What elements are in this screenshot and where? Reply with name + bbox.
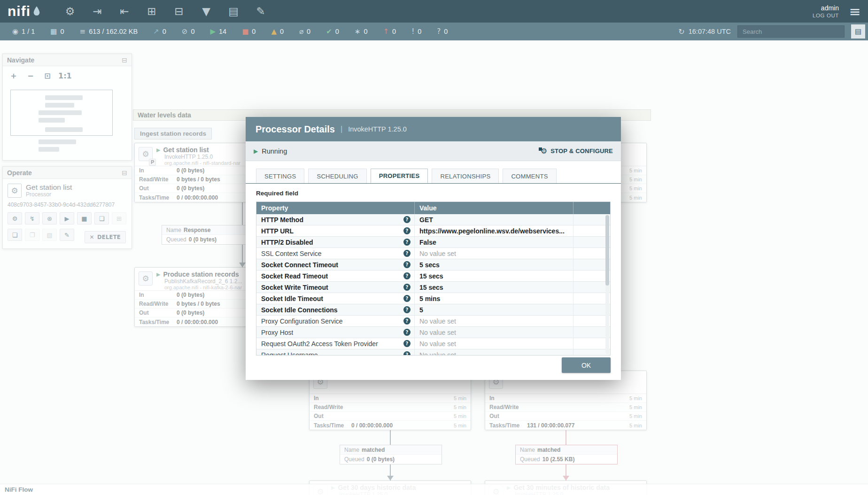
droplet-icon — [32, 6, 41, 17]
property-name: Socket Write Timeout — [261, 284, 328, 291]
property-row: SSL Context Service No value set — [256, 248, 610, 259]
status-count: 14 — [219, 28, 226, 35]
template-icon[interactable]: ▤ — [226, 4, 241, 19]
remote-process-group-icon[interactable]: ⊟ — [171, 4, 186, 19]
status-bar: ◉ 1 / 1 ▦ 0 ≡ 613 / 162.02 KB ↗ 0 ⊘ 0 ▶ … — [0, 23, 868, 40]
status-count: 0 — [61, 28, 64, 35]
dialog-subtitle: InvokeHTTP 1.25.0 — [348, 125, 407, 133]
property-value: https://www.pegelonline.wsv.de/webservic… — [415, 225, 574, 236]
stop-configure-icon — [541, 147, 548, 155]
current-user: admin — [821, 4, 839, 12]
property-name: Socket Idle Timeout — [261, 295, 323, 302]
disabled-icon: ⌀ 0 — [299, 28, 310, 35]
up-to-date-icon: ✔ 0 — [326, 28, 339, 35]
property-row: Request Username No value set — [256, 349, 610, 356]
queued-icon: ≡ 613 / 162.02 KB — [80, 28, 138, 35]
help-icon[interactable] — [403, 317, 411, 325]
stale-icon: ↑ 0 — [383, 28, 396, 35]
help-icon[interactable] — [403, 272, 411, 279]
help-icon[interactable] — [403, 239, 411, 246]
tab-comments[interactable]: COMMENTS — [503, 169, 556, 183]
locally-modified-stale-icon: ! 0 — [411, 28, 421, 35]
stop-and-configure-button[interactable]: STOP & CONFIGURE — [541, 147, 613, 155]
status-count: 0 — [163, 28, 166, 35]
dialog-footer: OK — [246, 357, 621, 380]
input-port-icon[interactable]: ⇥ — [90, 4, 105, 19]
status-count: 0 — [418, 28, 421, 35]
property-row: Socket Idle Timeout 5 mins — [256, 293, 610, 304]
dialog-tabs: SETTINGSSCHEDULINGPROPERTIESRELATIONSHIP… — [246, 161, 621, 184]
help-icon[interactable] — [403, 306, 411, 313]
property-value: GET — [415, 214, 574, 225]
help-icon[interactable] — [403, 284, 411, 291]
label-icon[interactable]: ✎ — [253, 4, 268, 19]
help-icon[interactable] — [403, 295, 411, 302]
help-icon[interactable] — [403, 329, 411, 336]
help-icon[interactable] — [403, 216, 411, 223]
component-toolbar: ⚙⇥⇤⊞⊟▼▤✎ — [62, 4, 268, 19]
property-name: Request OAuth2 Access Token Provider — [261, 340, 378, 348]
nifi-logo: nifi — [8, 4, 41, 18]
property-row: Socket Read Timeout 15 secs — [256, 271, 610, 282]
property-name: HTTP URL — [261, 227, 294, 235]
output-port-icon[interactable]: ⇤ — [117, 4, 132, 19]
status-count: 0 — [444, 28, 448, 35]
status-count: 0 — [364, 28, 367, 35]
property-row: HTTP/2 Disabled False — [256, 237, 610, 248]
running-state-icon — [254, 148, 258, 155]
property-value: No value set — [415, 327, 574, 338]
help-icon[interactable] — [403, 340, 411, 347]
status-count: 0 — [252, 28, 256, 35]
help-icon[interactable] — [403, 250, 411, 257]
app-header: nifi ⚙⇥⇤⊞⊟▼▤✎ admin LOG OUT — [0, 0, 868, 23]
status-count: 613 / 162.02 KB — [89, 28, 138, 35]
help-icon[interactable] — [403, 351, 411, 356]
status-bar-right: 16:07:48 UTC — [678, 24, 865, 39]
property-row: HTTP URL https://www.pegelonline.wsv.de/… — [256, 225, 610, 237]
property-row: Proxy Configuration Service No value set — [256, 316, 610, 327]
property-name: HTTP/2 Disabled — [261, 239, 313, 246]
run-state-label: Running — [262, 147, 287, 155]
logout-link[interactable]: LOG OUT — [813, 13, 839, 18]
scrollbar-thumb[interactable] — [605, 215, 609, 286]
running-icon: ▶ 14 — [210, 28, 226, 35]
property-value: 5 mins — [415, 293, 574, 304]
property-name: Socket Read Timeout — [261, 272, 328, 280]
locally-modified-icon: ∗ 0 — [355, 28, 368, 35]
help-icon[interactable] — [403, 261, 411, 268]
nifi-logo-text: nifi — [8, 4, 31, 18]
processor-icon[interactable]: ⚙ — [62, 4, 78, 19]
property-row: Socket Idle Connections 5 — [256, 304, 610, 316]
processor-details-dialog: Processor Details | InvokeHTTP 1.25.0 Ru… — [246, 117, 621, 380]
tab-scheduling[interactable]: SCHEDULING — [308, 169, 366, 183]
property-row: HTTP Method GET — [256, 214, 610, 225]
dialog-state-row: Running STOP & CONFIGURE — [246, 141, 621, 161]
invalid-icon: ▲ 0 — [271, 28, 284, 35]
help-icon[interactable] — [403, 227, 411, 234]
global-menu-icon[interactable] — [846, 3, 863, 20]
status-count: 0 — [392, 28, 396, 35]
property-name: Proxy Host — [261, 329, 293, 336]
tab-relationships[interactable]: RELATIONSHIPS — [432, 169, 499, 183]
tab-settings[interactable]: SETTINGS — [256, 169, 304, 183]
bulletin-board-button[interactable] — [851, 24, 865, 39]
property-row: Proxy Host No value set — [256, 327, 610, 338]
property-value: 5 secs — [415, 259, 574, 270]
ok-button[interactable]: OK — [562, 357, 611, 373]
bulletin-icon — [855, 27, 861, 36]
properties-table: Property Value HTTP Method GET HTTP — [256, 201, 611, 356]
property-name: HTTP Method — [261, 216, 303, 224]
active-threads-icon: ▦ 0 — [50, 28, 64, 35]
search-input[interactable] — [737, 25, 845, 38]
property-column-header: Property — [256, 202, 415, 214]
tab-properties[interactable]: PROPERTIES — [371, 169, 428, 183]
sync-failure-icon: ? 0 — [437, 28, 448, 35]
property-name: SSL Context Service — [261, 250, 322, 257]
status-count: 0 — [335, 28, 339, 35]
property-value: False — [415, 237, 574, 248]
process-group-icon[interactable]: ⊞ — [144, 4, 159, 19]
refresh-icon[interactable] — [678, 27, 684, 36]
funnel-icon[interactable]: ▼ — [199, 4, 214, 19]
value-column-header: Value — [415, 202, 574, 214]
last-refreshed-time: 16:07:48 UTC — [689, 28, 731, 35]
